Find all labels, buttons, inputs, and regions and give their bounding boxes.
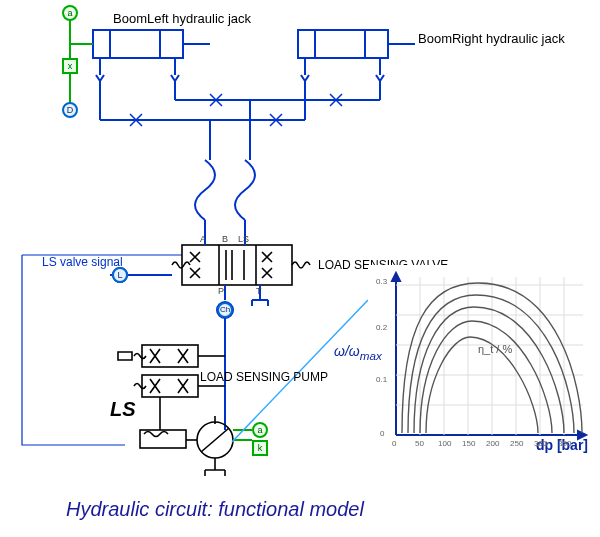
port-b: B: [222, 234, 228, 244]
svg-point-36: [197, 422, 233, 458]
xtick-350: 350: [558, 439, 571, 448]
port-t: T: [256, 286, 262, 296]
diagram-stage: BoomLeft hydraulic jack BoomRight hydrau…: [0, 0, 600, 537]
ytick-0: 0: [380, 429, 384, 438]
sensor-top-d-icon: D: [62, 102, 78, 118]
label-ls-valve-signal: LS valve signal: [42, 255, 123, 269]
svg-rect-35: [140, 430, 186, 448]
xtick-250: 250: [510, 439, 523, 448]
port-ls: LS: [238, 234, 249, 244]
sensor-pump-k-icon: k: [252, 440, 268, 456]
xtick-50: 50: [415, 439, 424, 448]
ytick-03: 0.3: [376, 277, 387, 286]
efficiency-chart: ω/ωmax dp [bar] η_t / % 0 50 100 150 200…: [368, 265, 590, 455]
xtick-100: 100: [438, 439, 451, 448]
svg-rect-6: [298, 30, 388, 58]
label-boom-right: BoomRight hydraulic jack: [418, 31, 565, 46]
xtick-0: 0: [392, 439, 396, 448]
svg-rect-33: [142, 345, 198, 367]
port-p: P: [218, 286, 224, 296]
chart-ylabel: ω/ωmax: [334, 343, 382, 362]
label-ls-box: LS: [110, 398, 136, 421]
xtick-200: 200: [486, 439, 499, 448]
sensor-top-x-icon: x: [62, 58, 78, 74]
xtick-300: 300: [534, 439, 547, 448]
sensor-top-a-icon: a: [62, 5, 78, 21]
label-ls-pump: LOAD SENSING PUMP: [200, 370, 328, 384]
svg-rect-0: [93, 30, 183, 58]
chart-ylabel-text: ω/ωmax: [334, 343, 382, 359]
svg-rect-22: [182, 245, 292, 285]
svg-marker-49: [392, 273, 400, 281]
ytick-01: 0.1: [376, 375, 387, 384]
sensor-mid-ch-icon: Ch: [217, 302, 233, 318]
sensor-pump-a-icon: a: [252, 422, 268, 438]
figure-caption: Hydraulic circuit: functional model: [66, 498, 364, 521]
label-boom-left: BoomLeft hydraulic jack: [113, 11, 251, 26]
svg-rect-34: [142, 375, 198, 397]
xtick-150: 150: [462, 439, 475, 448]
ytick-02: 0.2: [376, 323, 387, 332]
port-a: A: [200, 234, 206, 244]
chart-center-label: η_t / %: [478, 343, 512, 355]
sensor-sig-l-icon: L: [112, 267, 128, 283]
